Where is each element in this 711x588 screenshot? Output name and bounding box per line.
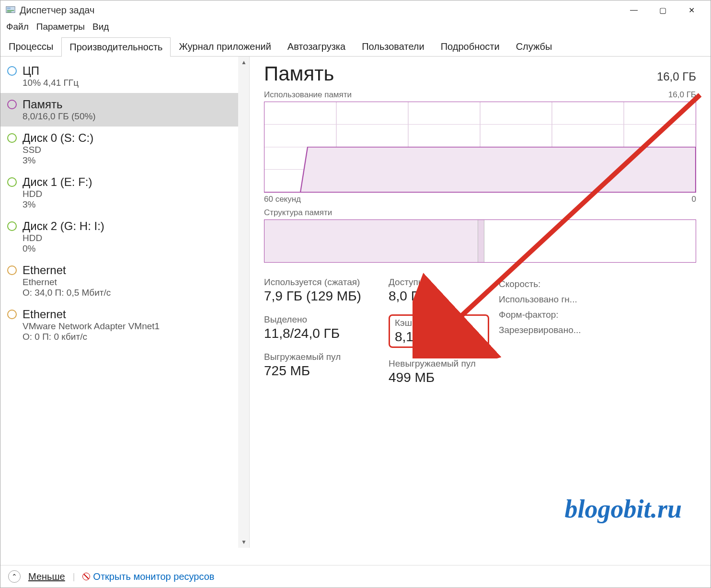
memory-usage-chart xyxy=(264,102,696,193)
disk-icon xyxy=(7,221,17,231)
stat-available-label: Доступно xyxy=(389,277,489,288)
stat-committed-label: Выделено xyxy=(264,314,379,325)
stat-committed-value: 11,8/24,0 ГБ xyxy=(264,326,379,341)
sidebar-item-title: Диск 2 (G: H: I:) xyxy=(23,219,104,233)
tab-apphistory[interactable]: Журнал приложений xyxy=(171,37,279,56)
menubar: Файл Параметры Вид xyxy=(0,20,711,34)
sidebar-item-sub: Ethernet xyxy=(23,277,111,288)
stat-available-value: 8,0 ГБ xyxy=(389,288,489,304)
sidebar-item-sub2: 0% xyxy=(23,243,104,254)
titlebar[interactable]: Диспетчер задач — ▢ ✕ xyxy=(0,0,711,20)
sidebar-item-sub: SSD xyxy=(23,145,93,155)
chevron-up-icon[interactable]: ⌃ xyxy=(8,570,21,583)
sidebar-item-memory[interactable]: Память 8,0/16,0 ГБ (50%) xyxy=(0,93,238,127)
sidebar-item-sub: VMware Network Adapter VMnet1 xyxy=(23,321,160,332)
chart-usage-max: 16,0 ГБ xyxy=(668,90,696,100)
detail-capacity: 16,0 ГБ xyxy=(657,70,696,83)
resmon-label: Открыть монитор ресурсов xyxy=(93,571,214,582)
chart-usage-label: Использование памяти xyxy=(264,90,352,100)
stat-paged-value: 725 МБ xyxy=(264,363,379,379)
stat-paged-label: Выгружаемый пул xyxy=(264,352,379,362)
minimize-button[interactable]: — xyxy=(619,0,648,20)
chart-xaxis-left: 60 секунд xyxy=(264,195,301,204)
composition-label: Структура памяти xyxy=(264,208,696,218)
open-resource-monitor-link[interactable]: Открыть монитор ресурсов xyxy=(82,571,214,582)
sidebar-item-title: Диск 1 (E: F:) xyxy=(23,175,92,189)
fewer-details-link[interactable]: Меньше xyxy=(28,571,65,582)
scroll-down-icon[interactable]: ▼ xyxy=(238,536,250,548)
tab-startup[interactable]: Автозагрузка xyxy=(279,37,354,56)
svg-rect-1 xyxy=(7,8,11,10)
stat-used-value: 7,9 ГБ (129 МБ) xyxy=(264,288,379,304)
sidebar-item-disk1[interactable]: Диск 1 (E: F:) HDD 3% xyxy=(0,171,238,215)
sidebar-item-sub: HDD xyxy=(23,189,92,199)
content-area: ЦП 10% 4,41 ГГц Память 8,0/16,0 ГБ (50%)… xyxy=(0,57,711,548)
menu-view[interactable]: Вид xyxy=(92,22,109,32)
disk-icon xyxy=(7,177,17,187)
sidebar-item-title: Ethernet xyxy=(23,308,160,321)
watermark: blogobit.ru xyxy=(564,494,682,524)
stat-form-label: Форм-фактор: xyxy=(499,310,604,320)
sidebar-item-sub2: О: 34,0 П: 0,5 Мбит/с xyxy=(23,288,111,298)
tab-details[interactable]: Подробности xyxy=(433,37,508,56)
close-button[interactable]: ✕ xyxy=(677,0,706,20)
sidebar-item-sub2: 3% xyxy=(23,199,92,210)
tab-users[interactable]: Пользователи xyxy=(354,37,433,56)
sidebar-item-sub2: О: 0 П: 0 кбит/с xyxy=(23,332,160,342)
svg-rect-2 xyxy=(7,10,14,11)
menu-options[interactable]: Параметры xyxy=(36,22,85,32)
cached-highlight: Кэшировано 8,1 ГБ xyxy=(389,314,489,348)
svg-rect-3 xyxy=(7,12,11,12)
tab-bar: Процессы Производительность Журнал прило… xyxy=(0,37,711,57)
footer: ⌃ Меньше | Открыть монитор ресурсов xyxy=(0,565,711,588)
sidebar-scrollbar[interactable]: ▲ ▼ xyxy=(238,57,250,548)
sidebar-item-disk2[interactable]: Диск 2 (G: H: I:) HDD 0% xyxy=(0,215,238,259)
stat-used-label: Используется (сжатая) xyxy=(264,277,379,288)
tab-processes[interactable]: Процессы xyxy=(0,37,61,56)
stat-cached-value: 8,1 ГБ xyxy=(395,329,483,345)
sidebar-item-sub: HDD xyxy=(23,233,104,243)
sidebar-item-sub: 10% 4,41 ГГц xyxy=(23,78,79,88)
sidebar-item-disk0[interactable]: Диск 0 (S: C:) SSD 3% xyxy=(0,127,238,171)
sidebar-item-cpu[interactable]: ЦП 10% 4,41 ГГц xyxy=(0,59,238,93)
window-title: Диспетчер задач xyxy=(20,5,619,16)
tab-services[interactable]: Службы xyxy=(508,37,561,56)
sidebar-item-sub2: 3% xyxy=(23,155,93,166)
scroll-up-icon[interactable]: ▲ xyxy=(238,57,250,68)
sidebar-item-ethernet1[interactable]: Ethernet VMware Network Adapter VMnet1 О… xyxy=(0,303,238,347)
sidebar-item-ethernet0[interactable]: Ethernet Ethernet О: 34,0 П: 0,5 Мбит/с xyxy=(0,259,238,303)
stat-speed-label: Скорость: xyxy=(499,279,604,289)
stat-slots-label: Использовано гн... xyxy=(499,294,604,305)
maximize-button[interactable]: ▢ xyxy=(648,0,677,20)
ethernet-icon xyxy=(7,265,17,275)
memory-icon xyxy=(7,100,17,109)
sidebar-item-title: ЦП xyxy=(23,64,79,78)
menu-file[interactable]: Файл xyxy=(6,22,29,32)
sidebar-item-sub: 8,0/16,0 ГБ (50%) xyxy=(23,111,96,122)
tab-performance[interactable]: Производительность xyxy=(61,37,171,57)
task-manager-window: Диспетчер задач — ▢ ✕ Файл Параметры Вид… xyxy=(0,0,711,588)
sidebar-item-title: Диск 0 (S: C:) xyxy=(23,131,93,145)
detail-title: Память xyxy=(264,62,334,85)
resmon-icon xyxy=(82,573,90,580)
sidebar-item-title: Память xyxy=(23,98,96,111)
stat-cached-label: Кэшировано xyxy=(395,318,483,328)
stat-nonpaged-value: 499 МБ xyxy=(389,370,489,385)
disk-icon xyxy=(7,133,17,143)
performance-sidebar: ЦП 10% 4,41 ГГц Память 8,0/16,0 ГБ (50%)… xyxy=(0,57,238,548)
sidebar-item-title: Ethernet xyxy=(23,264,111,277)
stat-nonpaged-label: Невыгружаемый пул xyxy=(389,358,489,369)
ethernet-icon xyxy=(7,310,17,319)
cpu-icon xyxy=(7,66,17,76)
stat-reserved-label: Зарезервировано... xyxy=(499,325,604,335)
memory-composition-chart xyxy=(264,219,696,263)
app-icon xyxy=(5,5,16,15)
memory-detail-panel: Память 16,0 ГБ Использование памяти 16,0… xyxy=(250,57,711,548)
chart-xaxis-right: 0 xyxy=(692,195,696,204)
